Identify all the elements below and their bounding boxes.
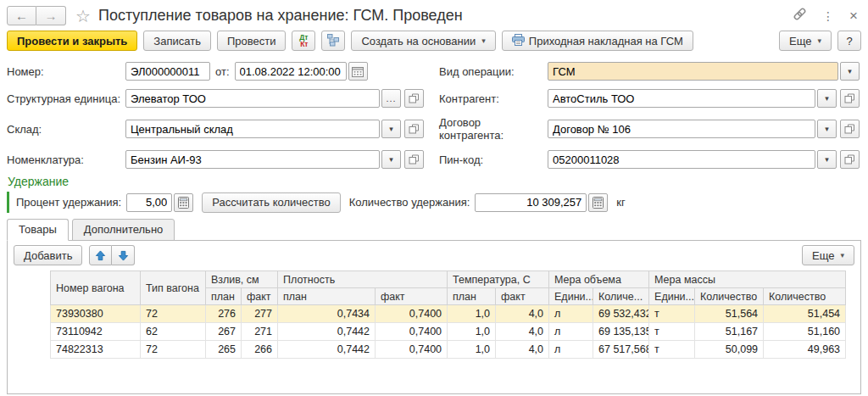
table-cell[interactable]: л (549, 341, 593, 359)
table-cell[interactable]: 51,564 (695, 305, 764, 323)
calendar-button[interactable] (348, 62, 368, 81)
table-cell[interactable]: т (649, 305, 695, 323)
table-cell[interactable]: 74822313 (51, 341, 141, 359)
move-row-up-button[interactable] (89, 245, 112, 265)
contract-open-button[interactable] (840, 120, 860, 138)
table-cell[interactable]: 69 135,135 (593, 323, 649, 341)
col-group-fill-level[interactable]: Взлив, см (206, 271, 278, 288)
close-icon[interactable]: × (849, 8, 858, 25)
contract-field[interactable] (548, 120, 815, 138)
table-cell[interactable]: 73110942 (51, 323, 141, 341)
tab-goods[interactable]: Товары (7, 219, 69, 241)
document-structure-button[interactable] (321, 31, 345, 51)
table-cell[interactable]: 0,7434 (278, 305, 376, 323)
retention-qty-calculator-button[interactable] (588, 193, 608, 212)
col-group-density[interactable]: Плотность (278, 271, 448, 288)
post-and-close-button[interactable]: Провести и закрыть (7, 31, 137, 51)
table-cell[interactable]: 267 (206, 323, 242, 341)
col-header-mass-qty[interactable]: Количество (695, 288, 764, 305)
table-cell[interactable]: 266 (242, 341, 278, 359)
col-header-wagon-type[interactable]: Тип вагона (141, 271, 206, 305)
counterparty-dropdown-button[interactable]: ▾ (817, 89, 837, 108)
nomenclature-field[interactable] (125, 150, 380, 169)
table-cell[interactable]: 1,0 (448, 305, 496, 323)
warehouse-dropdown-button[interactable]: ▾ (381, 120, 401, 138)
pin-code-dropdown-button[interactable]: ▾ (817, 150, 837, 169)
table-cell[interactable]: 1,0 (448, 323, 496, 341)
add-row-button[interactable]: Добавить (14, 245, 82, 265)
back-button[interactable]: ← (7, 6, 36, 25)
structural-unit-select-button[interactable]: ... (381, 89, 401, 108)
nomenclature-open-button[interactable] (404, 150, 424, 169)
table-cell[interactable]: 51,167 (695, 323, 764, 341)
pin-code-open-button[interactable] (840, 150, 860, 169)
link-icon[interactable] (793, 7, 807, 25)
col-header-wagon-number[interactable]: Номер вагона (51, 271, 141, 305)
table-cell[interactable]: 67 517,568 (593, 341, 649, 359)
toolbar-more-button[interactable]: Еще▾ (779, 31, 832, 51)
retention-percent-calculator-button[interactable] (174, 193, 193, 212)
col-header-temp-fact[interactable]: факт (496, 288, 549, 305)
create-based-on-button[interactable]: Создать на основании▾ (351, 31, 495, 51)
col-header-density-plan[interactable]: план (278, 288, 376, 305)
date-field[interactable] (235, 62, 347, 81)
table-cell[interactable]: т (649, 341, 695, 359)
table-cell[interactable]: 0,7400 (376, 341, 448, 359)
table-cell[interactable]: 51,160 (764, 323, 846, 341)
col-header-volume-qty[interactable]: Количе... (593, 288, 649, 305)
table-cell[interactable]: л (549, 305, 593, 323)
col-header-mass-unit[interactable]: Едини... (649, 288, 695, 305)
table-cell[interactable]: 50,099 (695, 341, 764, 359)
save-button[interactable]: Записать (143, 31, 211, 51)
print-invoice-button[interactable]: Приходная накладная на ГСМ (502, 31, 693, 51)
col-header-fill-plan[interactable]: план (206, 288, 242, 305)
help-button[interactable]: ? (837, 31, 861, 51)
forward-button[interactable]: → (36, 6, 66, 25)
table-cell[interactable]: 265 (206, 341, 242, 359)
col-group-temperature[interactable]: Температура, С (448, 271, 549, 288)
warehouse-field[interactable] (125, 120, 380, 138)
col-header-density-fact[interactable]: факт (376, 288, 448, 305)
col-group-mass-measure[interactable]: Мера массы (649, 271, 846, 288)
dtkt-postings-button[interactable]: ДтКт (292, 31, 315, 51)
retention-percent-field[interactable] (126, 193, 172, 212)
tab-additional[interactable]: Дополнительно (72, 219, 175, 241)
operation-type-field[interactable] (548, 62, 838, 81)
kebab-menu-icon[interactable]: ⋮ (822, 9, 834, 23)
contract-dropdown-button[interactable]: ▾ (817, 120, 837, 138)
table-cell[interactable]: 0,7400 (376, 323, 448, 341)
col-group-volume-measure[interactable]: Мера объема (549, 271, 649, 288)
warehouse-open-button[interactable] (404, 120, 424, 138)
table-cell[interactable]: 51,454 (764, 305, 846, 323)
table-cell[interactable]: 277 (242, 305, 278, 323)
table-cell[interactable]: 4,0 (496, 305, 549, 323)
counterparty-field[interactable] (548, 89, 815, 108)
table-cell[interactable]: 0,7442 (278, 341, 376, 359)
table-cell[interactable]: 62 (141, 323, 206, 341)
table-cell[interactable]: 4,0 (496, 323, 549, 341)
goods-more-button[interactable]: Еще▾ (802, 245, 854, 265)
table-cell[interactable]: 72 (141, 341, 206, 359)
table-row[interactable]: 73110942622672710,74420,74001,04,0л69 13… (51, 323, 846, 341)
counterparty-open-button[interactable] (840, 89, 860, 108)
table-row[interactable]: 73930380722762770,74340,74001,04,0л69 53… (51, 305, 846, 323)
table-cell[interactable]: 0,7400 (376, 305, 448, 323)
table-cell[interactable]: 276 (206, 305, 242, 323)
table-cell[interactable]: 72 (141, 305, 206, 323)
col-header-mass-qty-2[interactable]: Количество (764, 288, 846, 305)
table-cell[interactable]: 69 532,432 (593, 305, 649, 323)
table-cell[interactable]: т (649, 323, 695, 341)
number-field[interactable] (125, 62, 210, 81)
table-cell[interactable]: 73930380 (51, 305, 141, 323)
table-cell[interactable]: 4,0 (496, 341, 549, 359)
operation-type-dropdown-button[interactable]: ▾ (840, 62, 860, 81)
table-cell[interactable]: л (549, 323, 593, 341)
col-header-volume-unit[interactable]: Едини... (549, 288, 593, 305)
calculate-quantity-button[interactable]: Рассчитать количество (202, 192, 341, 213)
col-header-temp-plan[interactable]: план (448, 288, 496, 305)
table-row[interactable]: 74822313722652660,74420,74001,04,0л67 51… (51, 341, 846, 359)
post-button[interactable]: Провести (217, 31, 287, 51)
nomenclature-dropdown-button[interactable]: ▾ (381, 150, 401, 169)
col-header-fill-fact[interactable]: факт (242, 288, 278, 305)
table-cell[interactable]: 0,7442 (278, 323, 376, 341)
